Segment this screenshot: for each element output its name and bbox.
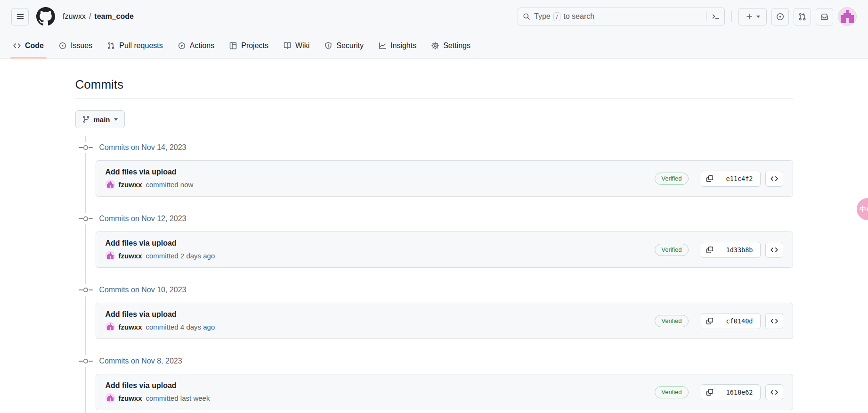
translate-fab-label: 中A: [860, 205, 868, 214]
hamburger-icon: [16, 13, 24, 20]
commit-hash-group: cf0140d: [701, 313, 761, 329]
commit-sha-link[interactable]: e11c4f2: [719, 171, 760, 186]
tab-settings[interactable]: Settings: [424, 33, 478, 58]
author-avatar[interactable]: [105, 322, 115, 331]
copy-sha-button[interactable]: [701, 314, 719, 329]
commit-author-row: fzuwxx committed now: [105, 180, 194, 189]
commit-hash-group: e11c4f2: [701, 171, 761, 187]
browse-repo-at-commit-button[interactable]: [765, 171, 783, 187]
commit-time-text: committed now: [146, 181, 194, 189]
verified-badge[interactable]: Verified: [655, 173, 688, 185]
tab-label: Issues: [71, 41, 92, 50]
search-input[interactable]: Type / to search: [518, 8, 725, 25]
search-placeholder-suffix: to search: [563, 12, 594, 21]
issues-dashboard-button[interactable]: [771, 8, 789, 25]
hamburger-menu-button[interactable]: [11, 8, 29, 25]
tab-code[interactable]: Code: [6, 33, 51, 58]
copy-sha-button[interactable]: [701, 171, 719, 186]
browse-repo-at-commit-button[interactable]: [765, 313, 783, 329]
repo-nav: Code Issues Pull requests Actions Projec…: [0, 33, 868, 58]
global-header: fzuwxx / team_code Type / to search: [0, 0, 868, 33]
commit-time-text: committed last week: [146, 394, 210, 402]
page-title: Commits: [75, 77, 793, 92]
commit-time-text: committed 2 days ago: [146, 252, 215, 260]
translate-fab-button[interactable]: 中A: [857, 198, 868, 220]
browse-repo-at-commit-button[interactable]: [765, 384, 783, 400]
commit-list: Commits on Nov 14, 2023 Add files via up…: [75, 143, 793, 410]
tab-projects[interactable]: Projects: [222, 33, 276, 58]
git-commit-icon: [79, 142, 93, 153]
timeline-line: [85, 136, 86, 413]
commit-meta: Verified 1618e62: [655, 384, 783, 400]
tab-insights[interactable]: Insights: [371, 33, 424, 58]
shield-icon: [324, 42, 332, 50]
commit-sha-link[interactable]: cf0140d: [719, 314, 760, 329]
tab-label: Pull requests: [119, 41, 163, 50]
author-name-link[interactable]: fzuwxx: [119, 252, 142, 260]
commit-date-heading: Commits on Nov 14, 2023: [99, 143, 793, 152]
divider: [75, 99, 793, 99]
tab-security[interactable]: Security: [317, 33, 371, 58]
commit-date-label: Commits on Nov 8, 2023: [99, 357, 182, 365]
tab-label: Projects: [241, 41, 268, 50]
commit-meta: Verified e11c4f2: [655, 171, 783, 187]
plus-icon: [746, 13, 753, 20]
commit-card: Add files via upload fzuwxx committed no…: [96, 160, 793, 197]
inbox-button[interactable]: [816, 8, 833, 25]
commit-sha-link[interactable]: 1d33b8b: [719, 242, 760, 257]
tab-wiki[interactable]: Wiki: [276, 33, 317, 58]
commit-author-row: fzuwxx committed 4 days ago: [105, 322, 215, 331]
commit-date-heading: Commits on Nov 12, 2023: [99, 215, 793, 223]
graph-icon: [379, 42, 386, 50]
slash-key-hint: /: [553, 12, 561, 21]
browse-repo-at-commit-button[interactable]: [765, 242, 783, 258]
verified-badge[interactable]: Verified: [655, 386, 688, 398]
tab-label: Security: [336, 41, 364, 50]
commit-card: Add files via upload fzuwxx committed 4 …: [96, 303, 793, 339]
author-avatar[interactable]: [105, 180, 115, 189]
git-commit-icon: [79, 213, 93, 224]
commit-author-row: fzuwxx committed last week: [105, 393, 210, 403]
git-pull-request-icon: [798, 13, 806, 21]
pull-requests-dashboard-button[interactable]: [794, 8, 811, 25]
commit-message-link[interactable]: Add files via upload: [105, 239, 215, 248]
commit-sha-link[interactable]: 1618e62: [719, 385, 760, 400]
commit-hash-group: 1d33b8b: [701, 242, 761, 258]
avatar[interactable]: [838, 7, 857, 26]
tab-issues[interactable]: Issues: [51, 33, 100, 58]
commit-info: Add files via upload fzuwxx committed no…: [105, 168, 194, 189]
author-name-link[interactable]: fzuwxx: [119, 181, 142, 189]
commit-group: Commits on Nov 14, 2023 Add files via up…: [96, 143, 793, 197]
tab-pull-requests[interactable]: Pull requests: [100, 33, 170, 58]
copy-sha-button[interactable]: [701, 385, 719, 400]
copy-sha-button[interactable]: [701, 242, 719, 257]
github-logo-icon[interactable]: [36, 7, 55, 26]
commit-info: Add files via upload fzuwxx committed 2 …: [105, 239, 215, 260]
commit-hash-group: 1618e62: [701, 384, 761, 400]
main-content: Commits main Commits on Nov 14, 2023 Add…: [75, 58, 793, 410]
commit-message-link[interactable]: Add files via upload: [105, 168, 194, 176]
git-branch-icon: [82, 116, 90, 123]
breadcrumb-repo-link[interactable]: team_code: [94, 12, 134, 21]
commit-date-label: Commits on Nov 14, 2023: [99, 143, 187, 151]
verified-badge[interactable]: Verified: [655, 315, 688, 327]
git-commit-icon: [79, 284, 93, 296]
commit-group: Commits on Nov 10, 2023 Add files via up…: [96, 286, 793, 339]
author-name-link[interactable]: fzuwxx: [119, 323, 142, 331]
branch-name: main: [94, 116, 110, 124]
verified-badge[interactable]: Verified: [655, 244, 688, 256]
commit-message-link[interactable]: Add files via upload: [105, 310, 215, 319]
author-name-link[interactable]: fzuwxx: [119, 394, 142, 402]
create-new-button[interactable]: [738, 8, 767, 25]
git-pull-request-icon: [107, 42, 115, 50]
author-avatar[interactable]: [105, 251, 115, 260]
branch-selector-button[interactable]: main: [75, 110, 125, 128]
tab-actions[interactable]: Actions: [170, 33, 222, 58]
issue-opened-icon: [776, 13, 784, 21]
breadcrumb-owner-link[interactable]: fzuwxx: [63, 12, 86, 21]
command-palette-icon[interactable]: [712, 13, 720, 21]
commit-message-link[interactable]: Add files via upload: [105, 381, 210, 390]
author-avatar[interactable]: [105, 393, 115, 403]
search-icon: [523, 13, 530, 20]
commit-date-heading: Commits on Nov 10, 2023: [99, 286, 793, 294]
